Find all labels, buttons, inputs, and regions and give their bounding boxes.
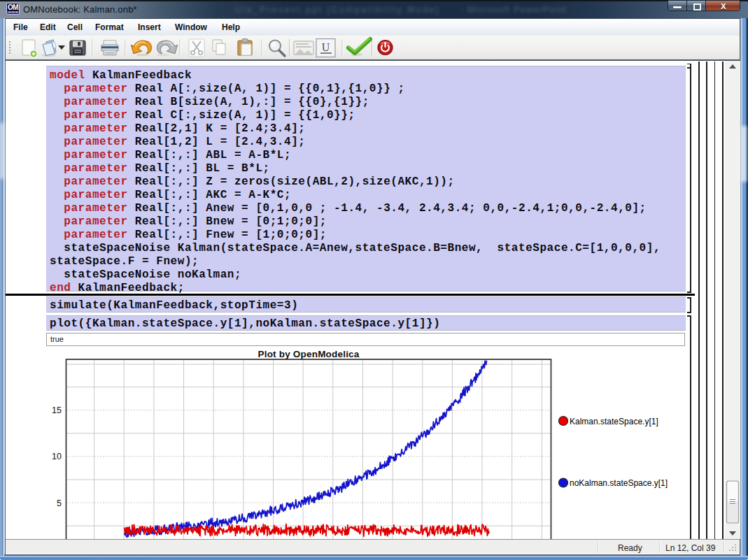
svg-text:Plot by OpenModelica: Plot by OpenModelica	[257, 349, 359, 359]
svg-text:Kalman.stateSpace.y[1]: Kalman.stateSpace.y[1]	[570, 417, 658, 426]
svg-text:U: U	[322, 41, 330, 53]
svg-text:10: 10	[52, 452, 62, 461]
svg-text:15: 15	[52, 405, 62, 415]
svg-text:noKalman.stateSpace.y[1]: noKalman.stateSpace.y[1]	[570, 478, 668, 488]
svg-text:5: 5	[57, 498, 62, 508]
